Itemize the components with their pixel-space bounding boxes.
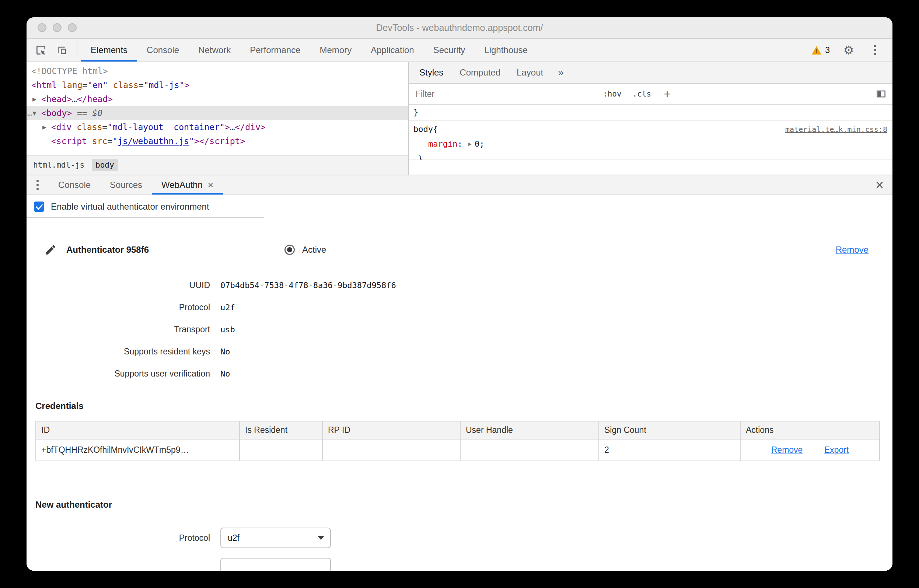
close-drawer-button[interactable]: × <box>867 175 893 194</box>
field-value: No <box>220 369 230 378</box>
tab-security[interactable]: Security <box>424 39 475 61</box>
more-tabs-chevron[interactable]: » <box>553 62 569 83</box>
disclosure-triangle-icon[interactable]: ▶ <box>42 120 47 134</box>
code-token: "mdl-js" <box>144 80 185 90</box>
node-overflow-ellipsis[interactable]: … <box>27 106 33 120</box>
styles-filter-input[interactable] <box>415 89 592 100</box>
active-radio-label: Active <box>302 245 326 255</box>
drawer-tab-console[interactable]: Console <box>48 175 100 194</box>
drawer-tab-sources[interactable]: Sources <box>100 175 152 194</box>
edit-name-button[interactable] <box>44 244 57 256</box>
field-label: Supports resident keys <box>34 347 210 357</box>
toggle-device-toolbar-button[interactable] <box>52 39 73 61</box>
tab-network[interactable]: Network <box>189 39 240 61</box>
code-token: = <box>107 136 112 146</box>
pencil-icon <box>44 244 57 256</box>
tab-computed[interactable]: Computed <box>451 62 509 83</box>
active-radio-button[interactable] <box>284 245 295 255</box>
styles-filter-bar: :hov .cls + <box>409 84 893 105</box>
code-token: <html <box>31 80 57 90</box>
new-style-rule-button[interactable]: + <box>664 88 671 100</box>
partial-select[interactable] <box>220 558 331 571</box>
code-token: = <box>102 122 107 132</box>
code-token: js/webauthn.js <box>118 136 189 146</box>
css-property[interactable]: margin <box>428 139 457 149</box>
code-token: </head> <box>77 94 113 104</box>
protocol-select-value: u2f <box>228 533 239 543</box>
expand-shorthand-icon[interactable]: ▶ <box>468 141 472 147</box>
tab-memory[interactable]: Memory <box>310 39 362 61</box>
dom-tree-node[interactable]: <html lang="en" class="mdl-js"> <box>26 78 408 92</box>
tab-console[interactable]: Console <box>137 39 189 61</box>
pseudo-state-toggle[interactable]: :hov <box>603 89 622 99</box>
panel-tab-strip: Elements Console Network Performance Mem… <box>81 39 537 61</box>
breadcrumb-body[interactable]: body <box>92 159 118 171</box>
code-token: … <box>230 122 235 132</box>
styles-rules: } body { material.te…k.min.css:8 margin:… <box>409 105 893 174</box>
kebab-menu-icon <box>874 49 876 51</box>
tab-elements[interactable]: Elements <box>81 39 137 61</box>
dom-tree-node[interactable]: <!DOCTYPE html> <box>26 64 408 78</box>
protocol-select[interactable]: u2f <box>220 528 331 548</box>
tab-lighthouse[interactable]: Lighthouse <box>475 39 537 61</box>
field-value: u2f <box>220 303 235 312</box>
dom-tree-node[interactable]: …▼<body> == $0 <box>26 106 408 120</box>
code-token: </div> <box>235 122 266 132</box>
disclosure-triangle-icon[interactable]: ▶ <box>32 92 37 106</box>
css-close-brace: } <box>409 105 893 120</box>
cell-actions: Remove Export <box>740 439 880 461</box>
dom-tree-node[interactable]: ▶<div class="mdl-layout__container">…</d… <box>26 120 408 134</box>
col-sign-count: Sign Count <box>599 421 740 439</box>
inspect-element-button[interactable] <box>30 39 52 61</box>
field-row-uuid: UUID 07b4db54-7538-4f78-8a36-9bd387d958f… <box>34 274 893 296</box>
tab-styles[interactable]: Styles <box>411 62 451 83</box>
code-token: <!DOCTYPE html> <box>31 66 108 76</box>
zoom-window-button[interactable] <box>68 23 77 32</box>
warnings-badge[interactable]: 3 <box>809 45 833 55</box>
css-selector[interactable]: body <box>413 122 433 137</box>
more-options-button[interactable] <box>864 49 886 51</box>
cell-user-handle <box>460 439 599 461</box>
dom-tree-node[interactable]: <script src="js/webauthn.js"></script> <box>26 134 408 148</box>
tab-layout[interactable]: Layout <box>509 62 551 83</box>
devtools-toolbar: Elements Console Network Performance Mem… <box>26 39 893 62</box>
disclosure-triangle-icon[interactable]: ▼ <box>32 106 37 120</box>
remove-credential-link[interactable]: Remove <box>771 445 803 455</box>
cell-sign-count: 2 <box>599 439 740 461</box>
drawer-tab-webauthn[interactable]: WebAuthn × <box>152 175 223 194</box>
col-id: ID <box>36 421 239 439</box>
kebab-menu-icon <box>37 184 39 186</box>
element-classes-toggle[interactable]: .cls <box>633 89 651 99</box>
css-declaration[interactable]: margin: ▶0; <box>413 137 887 152</box>
minimize-window-button[interactable] <box>53 23 61 32</box>
warning-icon <box>812 46 821 55</box>
breadcrumb: html.mdl-js body <box>26 155 408 174</box>
drawer-more-tools-button[interactable] <box>26 175 48 194</box>
cell-id: +bfTQHHRzKOfhilMnvIvCIkWTm5p9… <box>36 439 239 461</box>
clipped-close-brace: } <box>413 152 887 160</box>
dom-tree-node[interactable]: ▶<head>…</head> <box>26 92 408 106</box>
css-source-link[interactable]: material.te…k.min.css:8 <box>785 122 887 137</box>
breadcrumb-html[interactable]: html.mdl-js <box>29 159 88 171</box>
css-value[interactable]: 0 <box>475 139 480 149</box>
credential-row: +bfTQHHRzKOfhilMnvIvCIkWTm5p9… 2 Remove … <box>36 439 880 461</box>
remove-authenticator-link[interactable]: Remove <box>836 245 869 255</box>
code-token: <div <box>51 122 71 132</box>
new-authenticator-protocol-row: Protocol u2f <box>34 528 893 548</box>
settings-button[interactable]: ⚙ <box>838 43 859 57</box>
webauthn-pane: Authenticator 958f6 Active Remove UUID 0… <box>26 218 893 571</box>
tab-performance[interactable]: Performance <box>240 39 310 61</box>
code-token: " <box>112 136 118 146</box>
code-token: == <box>72 108 92 118</box>
toggle-sidebar-pane-button[interactable] <box>875 89 887 100</box>
tab-application[interactable]: Application <box>361 39 423 61</box>
styles-sidebar: Styles Computed Layout » :hov .cls + } <box>409 62 893 174</box>
col-is-resident: Is Resident <box>239 421 322 439</box>
window-titlebar: DevTools - webauthndemo.appspot.com/ <box>26 17 893 39</box>
field-label: Protocol <box>34 302 210 312</box>
enable-virtual-authenticator-checkbox[interactable] <box>34 202 44 212</box>
export-credential-link[interactable]: Export <box>824 445 849 455</box>
close-tab-icon[interactable]: × <box>208 179 213 191</box>
enable-virtual-authenticator-label: Enable virtual authenticator environment <box>51 202 209 212</box>
close-window-button[interactable] <box>37 23 47 32</box>
